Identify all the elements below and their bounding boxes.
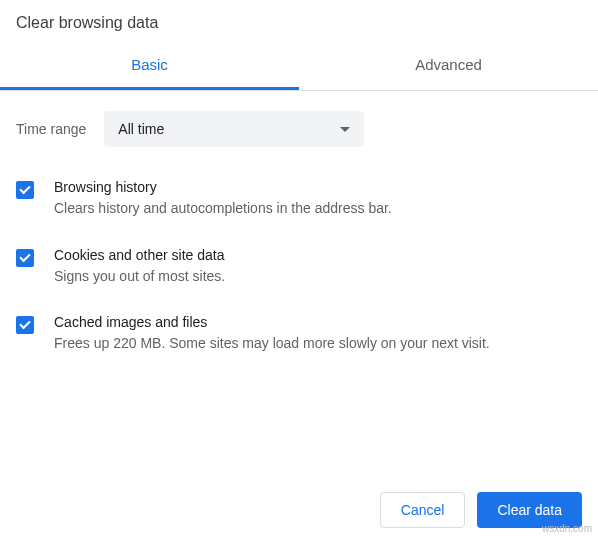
clear-data-button[interactable]: Clear data — [477, 492, 582, 528]
checkbox-cache[interactable] — [16, 316, 34, 334]
timerange-row: Time range All time — [0, 91, 598, 165]
option-browsing-history: Browsing history Clears history and auto… — [16, 165, 582, 233]
checkmark-icon — [19, 251, 30, 262]
option-title: Cached images and files — [54, 314, 490, 334]
option-title: Cookies and other site data — [54, 247, 225, 267]
option-text: Cookies and other site data Signs you ou… — [54, 247, 225, 287]
option-title: Browsing history — [54, 179, 392, 199]
option-desc: Frees up 220 MB. Some sites may load mor… — [54, 334, 490, 354]
checkbox-cookies[interactable] — [16, 249, 34, 267]
dialog-footer: Cancel Clear data — [380, 492, 582, 528]
checkmark-icon — [19, 183, 30, 194]
timerange-label: Time range — [16, 121, 86, 137]
option-text: Browsing history Clears history and auto… — [54, 179, 392, 219]
chevron-down-icon — [340, 127, 350, 132]
dialog-title: Clear browsing data — [0, 0, 598, 42]
tabs: Basic Advanced — [0, 42, 598, 91]
option-text: Cached images and files Frees up 220 MB.… — [54, 314, 490, 354]
options-list: Browsing history Clears history and auto… — [0, 165, 598, 368]
tab-advanced[interactable]: Advanced — [299, 42, 598, 90]
option-cookies: Cookies and other site data Signs you ou… — [16, 233, 582, 301]
option-desc: Signs you out of most sites. — [54, 267, 225, 287]
timerange-value: All time — [118, 121, 164, 137]
option-cache: Cached images and files Frees up 220 MB.… — [16, 300, 582, 368]
cancel-button[interactable]: Cancel — [380, 492, 466, 528]
option-desc: Clears history and autocompletions in th… — [54, 199, 392, 219]
timerange-select[interactable]: All time — [104, 111, 364, 147]
tab-basic[interactable]: Basic — [0, 42, 299, 90]
checkbox-browsing-history[interactable] — [16, 181, 34, 199]
checkmark-icon — [19, 318, 30, 329]
